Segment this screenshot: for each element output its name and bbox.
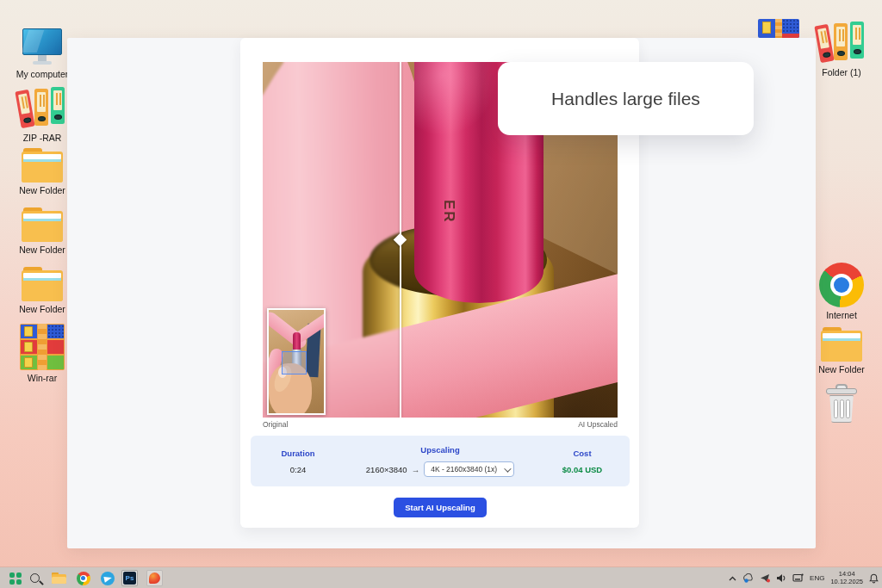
folder-icon	[22, 148, 63, 183]
winrar-icon	[20, 324, 65, 370]
chrome-icon	[819, 263, 864, 307]
compare-labels: Original AI Upscaled	[263, 420, 618, 429]
start-button[interactable]	[7, 570, 23, 586]
tray-date: 10.12.2025	[830, 579, 863, 586]
start-ai-upscaling-button[interactable]: Start AI Upscaling	[394, 498, 487, 517]
onedrive-sync-icon[interactable]	[742, 573, 754, 583]
desktop-icon-internet[interactable]: Internet	[809, 263, 874, 321]
original-thumbnail-preview	[267, 308, 326, 415]
source-resolution: 2160×3840	[366, 465, 407, 474]
desktop-icon-label: Internet	[826, 311, 857, 321]
desktop-icon-win-rar[interactable]: Win-rar	[9, 324, 75, 384]
desktop-icon-folder-1[interactable]: Folder (1)	[809, 22, 874, 78]
tray-expand-chevron[interactable]	[729, 576, 736, 581]
search-icon	[30, 573, 40, 583]
desktop-icon-recycle-bin[interactable]	[809, 384, 874, 424]
desktop-icon-label: Folder (1)	[822, 68, 861, 78]
telegram-icon	[101, 572, 115, 585]
taskbar-photoshop[interactable]: Ps	[121, 570, 138, 586]
desktop-icon-label: Win-rar	[28, 374, 57, 384]
lipstick-brand-text: ER	[440, 200, 457, 224]
clock[interactable]: 14:04 10.12.2025	[830, 571, 863, 585]
desktop-icon-my-computer[interactable]: My computer	[9, 28, 75, 80]
original-label: Original	[263, 420, 288, 429]
desktop-icon-zip-rar[interactable]: ZIP -RAR	[9, 87, 75, 144]
taskbar-search-button[interactable]	[27, 570, 43, 586]
taskbar-file-explorer[interactable]	[51, 570, 67, 586]
upscaling-header: Upscaling	[420, 445, 459, 455]
taskbar-chrome[interactable]	[75, 570, 91, 586]
zoom-region-rectangle	[282, 351, 307, 374]
arrow-right-icon: →	[412, 465, 420, 474]
desktop-icon-new-folder-3[interactable]: New Folder	[9, 267, 75, 315]
ai-upscaled-label: AI Upscaled	[578, 420, 618, 429]
duration-header: Duration	[281, 449, 314, 458]
desktop: My computer ZIP -RAR New Folder New Fold…	[0, 0, 882, 588]
photoshop-icon: Ps	[121, 570, 138, 586]
red-app-icon	[146, 570, 163, 586]
archive-binders-icon	[817, 22, 866, 65]
cost-header: Cost	[573, 449, 591, 458]
taskbar-telegram[interactable]	[99, 570, 115, 586]
duration-value: 0:24	[290, 465, 307, 474]
chrome-icon	[77, 572, 90, 585]
language-indicator[interactable]: ENG	[810, 574, 824, 582]
taskbar-red-app[interactable]	[146, 570, 163, 586]
cost-value: $0.04 USD	[562, 465, 602, 474]
desktop-icon-label: ZIP -RAR	[23, 133, 62, 144]
notifications-bell-icon[interactable]	[869, 573, 879, 584]
start-icon	[9, 573, 22, 585]
archive-binders-icon	[18, 87, 66, 130]
desktop-icon-label: My computer	[16, 70, 69, 80]
desktop-icon-label: New Folder	[19, 186, 65, 196]
folder-icon	[821, 327, 862, 362]
upscale-info-panel: Duration 0:24 Upscaling 2160×3840 → 4K -…	[251, 436, 630, 486]
desktop-icon-new-folder-2[interactable]: New Folder	[9, 207, 75, 256]
desktop-icon-label: New Folder	[19, 305, 65, 315]
folder-icon	[22, 267, 63, 301]
mini-archive-icon[interactable]	[758, 19, 799, 38]
desktop-icon-new-folder-right[interactable]: New Folder	[809, 327, 874, 375]
telegram-tray-icon[interactable]	[760, 573, 770, 583]
file-explorer-icon	[52, 573, 66, 584]
desktop-icon-label: New Folder	[818, 365, 865, 375]
system-tray: ENG 14:04 10.12.2025	[729, 567, 879, 588]
target-resolution-select[interactable]: 4K - 2160x3840 (1x)	[424, 461, 514, 477]
feature-tooltip: Handles large files	[498, 62, 754, 135]
taskbar: Ps ENG 14:04 10.12.2025	[0, 566, 882, 588]
recycle-bin-icon	[823, 384, 860, 424]
folder-icon	[22, 207, 63, 242]
desktop-icon-label: New Folder	[19, 245, 65, 256]
speaker-icon[interactable]	[776, 573, 786, 583]
computer-icon	[22, 28, 63, 66]
touch-keyboard-icon[interactable]	[792, 573, 804, 583]
desktop-icon-new-folder-1[interactable]: New Folder	[9, 148, 75, 196]
